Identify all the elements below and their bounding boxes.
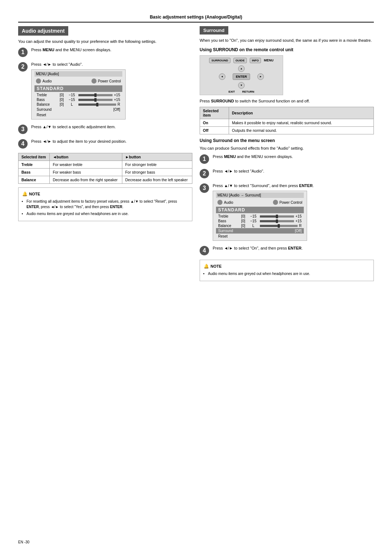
surround-menu-treble-row: Treble [0] −15 +15 bbox=[216, 214, 304, 219]
table-header-left: ◄button bbox=[50, 153, 122, 161]
surround-balance-label: Balance bbox=[218, 224, 238, 228]
table-item-bass: Bass bbox=[19, 169, 50, 176]
audio-adjustment-intro: You can adjust the sound quality to your… bbox=[18, 39, 192, 45]
menu-power: Power Control bbox=[98, 79, 121, 83]
step-2-content: Press ◄/► to select "Audio". MENU [Audio… bbox=[31, 61, 192, 120]
menu-screenshot: MENU [Audio] Audio Power Control STANDAR… bbox=[31, 69, 126, 119]
menu-audio-row: Audio Power Control bbox=[34, 78, 122, 84]
surround-item-on: On bbox=[200, 119, 229, 127]
surround-note-title: 🔔 NOTE bbox=[204, 263, 370, 270]
menu-treble-row: Treble [0] −15 +15 bbox=[34, 93, 122, 97]
surround-step-4-circle: 4 bbox=[200, 246, 209, 255]
bass-val0: [0] bbox=[58, 98, 65, 102]
surround-table-row-off: Off Outputs the normal sound. bbox=[200, 127, 374, 134]
surround-menu-audio: Audio bbox=[224, 200, 233, 204]
note-item: For resetting all adjustment items to fa… bbox=[26, 199, 188, 210]
surround-bass-label: Bass bbox=[218, 219, 238, 223]
balance-slider bbox=[78, 104, 116, 106]
top-btn: ▲ bbox=[238, 65, 245, 72]
surround-treble-label: Treble bbox=[218, 214, 238, 218]
menu-reset-label: Reset bbox=[37, 113, 46, 117]
table-item-balance: Balance bbox=[19, 176, 50, 184]
surround-treble-val0: [0] bbox=[240, 214, 247, 218]
menu-label: MENU [Audio] bbox=[36, 72, 59, 76]
surround-step-2-content: Press ◄/► to select "Audio". bbox=[213, 168, 374, 177]
audio-adjustment-title: Audio adjustment bbox=[18, 26, 68, 36]
surround-step-2-circle: 2 bbox=[200, 169, 209, 178]
menu-surround-row: Surround [Off] bbox=[34, 107, 122, 112]
surround-balance-val1: L bbox=[248, 224, 258, 228]
step-1: 1 Press MENU and the MENU screen display… bbox=[18, 47, 192, 57]
surround-menu-reset-label: Reset bbox=[218, 234, 228, 238]
bass-slider bbox=[78, 99, 113, 101]
surround-note-list: Audio menu items are greyed out when hea… bbox=[204, 271, 370, 276]
step-4: 4 Press ◄/► to adjust the item to your d… bbox=[18, 138, 192, 149]
surround-step-2: 2 Press ◄/► to select "Audio". bbox=[200, 168, 374, 178]
surround-desc-on: Makes it possible to enjoy natural, real… bbox=[229, 119, 374, 127]
surround-menu-reset-row: Reset bbox=[216, 234, 304, 239]
menu-reset-row: Reset bbox=[34, 112, 122, 118]
surround-power-icon bbox=[273, 200, 278, 205]
remote-control-mockup: SURROUND GUIDE INFO MENU ▲ ◄ ENTER ► ▼ E… bbox=[200, 55, 283, 95]
treble-slider bbox=[78, 94, 113, 96]
adjustment-table: Selected item ◄button ►button Treble For… bbox=[18, 153, 192, 184]
surround-note-box: 🔔 NOTE Audio menu items are greyed out w… bbox=[200, 260, 374, 281]
bass-val1: −15 bbox=[67, 98, 77, 102]
surround-balance-end: R bbox=[299, 224, 302, 228]
audio-adjustment-section: Audio adjustment You can adjust the soun… bbox=[18, 26, 192, 281]
note-item: Audio menu items are greyed out when hea… bbox=[26, 211, 188, 216]
bass-end: +15 bbox=[114, 98, 120, 102]
table-balance-left: Decrease audio from the right speaker bbox=[50, 176, 122, 184]
table-row: Balance Decrease audio from the right sp… bbox=[19, 176, 192, 184]
down-btn: ▼ bbox=[238, 82, 245, 89]
step-3-content: Press ▲/▼ to select a specific adjustmen… bbox=[31, 124, 192, 132]
step-1-content: Press MENU and the MENU screen displays. bbox=[31, 47, 192, 55]
surround-step-4-text: Press ◄/► to select "On", and then press… bbox=[213, 245, 374, 251]
surround-menu-surround-row: Surround [Off] bbox=[216, 228, 304, 234]
surround-step-3: 3 Press ▲/▼ to select "Surround", and th… bbox=[200, 183, 374, 241]
remote-mid: ◄ ENTER ► bbox=[219, 73, 264, 80]
treble-val0: [0] bbox=[58, 93, 65, 97]
balance-val0: [0] bbox=[58, 102, 65, 106]
step-2-circle: 2 bbox=[18, 62, 28, 72]
surround-treble-val1: −15 bbox=[248, 214, 258, 218]
exit-label: EXIT bbox=[228, 90, 235, 93]
surround-treble-end: +15 bbox=[295, 214, 302, 218]
menu-balance-row: Balance [0] L R bbox=[34, 102, 122, 107]
surround-table-header-desc: Description bbox=[229, 107, 374, 119]
menu-header: MENU [Audio] bbox=[34, 71, 122, 77]
surround-step-3-content: Press ▲/▼ to select "Surround", and then… bbox=[213, 183, 374, 241]
return-label: RETURN bbox=[242, 90, 254, 93]
surround-step-4: 4 Press ◄/► to select "On", and then pre… bbox=[200, 245, 374, 255]
step-4-content: Press ◄/► to adjust the item to your des… bbox=[31, 138, 192, 147]
table-header-item: Selected item bbox=[19, 153, 50, 161]
treble-val1: −15 bbox=[67, 93, 77, 97]
menu-surround-label: Surround bbox=[37, 108, 52, 112]
table-treble-left: For weaker treble bbox=[50, 161, 122, 169]
surround-balance-slider bbox=[260, 225, 298, 227]
note-box: 🔔 NOTE For resetting all adjustment item… bbox=[18, 187, 192, 221]
table-treble-right: For stronger treble bbox=[122, 161, 192, 169]
step-3-circle: 3 bbox=[18, 125, 28, 134]
bass-label: Bass bbox=[37, 98, 57, 102]
surround-menu-standard: STANDARD bbox=[216, 207, 304, 213]
surround-section: Surround When you set to "On", you can e… bbox=[200, 26, 374, 281]
surround-note-icon: 🔔 bbox=[204, 263, 209, 270]
surround-audio-icon bbox=[217, 200, 222, 205]
surround-bass-slider bbox=[260, 220, 294, 222]
audio-icon bbox=[36, 78, 41, 84]
surround-bass-end: +15 bbox=[295, 219, 302, 223]
page-header: Basic adjustment settings (Analogue/Digi… bbox=[18, 15, 374, 23]
surround-step-1-text: Press MENU and the MENU screen displays. bbox=[213, 154, 374, 160]
surround-step-1-content: Press MENU and the MENU screen displays. bbox=[213, 154, 374, 162]
info-btn: INFO bbox=[250, 58, 261, 63]
table-bass-right: For stronger bass bbox=[122, 169, 192, 176]
menu-btn-remote: MENU bbox=[264, 58, 274, 62]
surround-intro: When you set to "On", you can enjoy surr… bbox=[200, 37, 374, 44]
remote-bottom-row: EXIT RETURN bbox=[228, 90, 254, 93]
surround-menu-heading: Using Surround on the menu screen bbox=[200, 138, 374, 143]
page-footer: EN -30 bbox=[18, 540, 29, 544]
table-row: Treble For weaker treble For stronger tr… bbox=[19, 161, 192, 169]
surround-table-row-on: On Makes it possible to enjoy natural, r… bbox=[200, 119, 374, 127]
balance-label: Balance bbox=[37, 102, 57, 106]
